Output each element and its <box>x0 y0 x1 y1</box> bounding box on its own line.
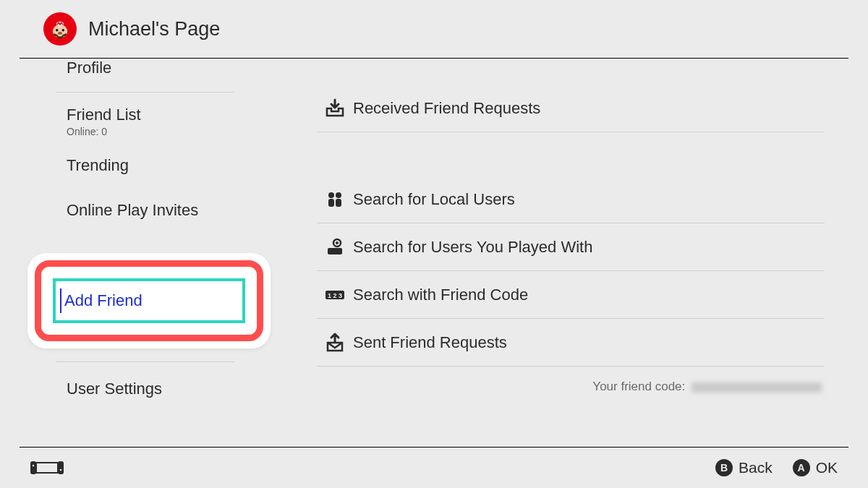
friend-code-value-redacted <box>692 382 822 393</box>
sidebar-item-label: Trending <box>67 156 129 174</box>
header: Michael's Page <box>0 0 868 58</box>
svg-point-2 <box>56 29 58 31</box>
menu-item-received-friend-requests[interactable]: Received Friend Requests <box>317 85 825 132</box>
svg-point-7 <box>336 192 341 198</box>
main-panel: Received Friend Requests Search for Loca… <box>317 59 825 445</box>
sidebar: Profile Friend List Online: 0 Trending O… <box>0 59 284 445</box>
footer-back-button[interactable]: B Back <box>715 459 773 476</box>
svg-rect-8 <box>336 199 341 207</box>
sidebar-item-label: Add Friend <box>64 291 142 309</box>
inbox-upload-icon <box>317 332 353 354</box>
user-played-with-icon <box>317 236 353 258</box>
a-button-icon: A <box>793 459 810 476</box>
sidebar-item-label: User Settings <box>67 380 162 398</box>
sidebar-divider <box>56 92 234 93</box>
inbox-download-icon <box>317 98 353 119</box>
user-avatar[interactable] <box>43 12 77 46</box>
svg-rect-16 <box>36 463 58 473</box>
menu-item-label: Search for Users You Played With <box>353 238 825 257</box>
menu-item-label: Sent Friend Requests <box>353 333 825 352</box>
svg-point-19 <box>60 469 62 471</box>
footer-ok-button[interactable]: A OK <box>793 459 838 476</box>
friend-list-online-count: Online: 0 <box>67 126 284 137</box>
sidebar-item-label: Online Play Invites <box>67 201 198 219</box>
svg-point-3 <box>62 29 64 31</box>
footer: B Back A OK <box>0 448 868 488</box>
sidebar-item-user-settings[interactable]: User Settings <box>0 367 284 411</box>
footer-button-label: OK <box>816 459 838 476</box>
sidebar-item-friend-list[interactable]: Friend List Online: 0 <box>0 97 284 142</box>
sidebar-divider <box>56 361 234 362</box>
sidebar-item-profile[interactable]: Profile <box>0 59 284 87</box>
sidebar-item-add-friend[interactable]: Add Friend <box>53 278 245 323</box>
svg-text:1 2 3: 1 2 3 <box>328 292 342 299</box>
menu-item-sent-friend-requests[interactable]: Sent Friend Requests <box>317 319 825 367</box>
svg-point-4 <box>58 32 62 35</box>
footer-button-label: Back <box>739 459 773 476</box>
sidebar-item-label: Profile <box>67 59 111 77</box>
svg-rect-6 <box>328 199 334 207</box>
svg-point-11 <box>336 241 339 244</box>
text-caret <box>60 288 61 313</box>
menu-item-search-with-friend-code[interactable]: 1 2 3 Search with Friend Code <box>317 271 825 319</box>
svg-point-5 <box>328 192 334 198</box>
menu-item-label: Search for Local Users <box>353 190 825 209</box>
svg-rect-9 <box>328 248 342 254</box>
numbers-123-icon: 1 2 3 <box>317 284 353 306</box>
friend-code-display: Your friend code: <box>317 380 825 394</box>
mario-avatar-icon <box>48 17 72 41</box>
sidebar-item-label: Friend List <box>67 106 141 124</box>
sidebar-item-online-play-invites[interactable]: Online Play Invites <box>0 189 284 231</box>
svg-rect-17 <box>58 461 64 474</box>
menu-item-search-users-played-with[interactable]: Search for Users You Played With <box>317 223 825 271</box>
menu-item-search-local-users[interactable]: Search for Local Users <box>317 176 825 223</box>
menu-item-label: Search with Friend Code <box>353 286 825 304</box>
controller-icon <box>30 460 64 476</box>
svg-point-18 <box>33 465 35 467</box>
page-title: Michael's Page <box>88 18 220 40</box>
spacer <box>317 132 825 176</box>
svg-point-0 <box>53 25 67 38</box>
two-users-icon <box>317 189 353 210</box>
svg-rect-15 <box>30 461 36 474</box>
sidebar-item-trending[interactable]: Trending <box>0 142 284 189</box>
friend-code-label: Your friend code: <box>592 380 689 393</box>
b-button-icon: B <box>715 459 733 476</box>
menu-item-label: Received Friend Requests <box>353 99 825 118</box>
sidebar-item-add-friend-highlight: Add Friend <box>0 253 284 348</box>
